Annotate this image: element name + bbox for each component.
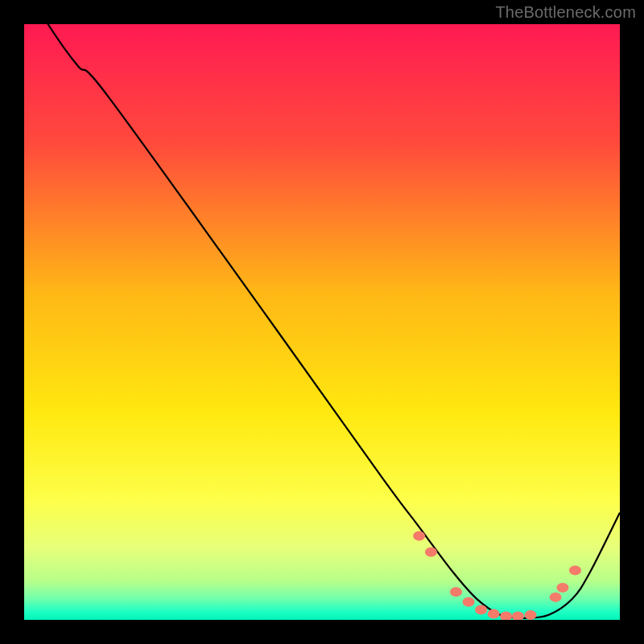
marker-dot <box>550 592 562 602</box>
marker-dot <box>475 605 487 614</box>
marker-dot <box>569 566 581 576</box>
marker-dot <box>463 597 475 607</box>
marker-dot <box>450 587 462 597</box>
bottleneck-chart <box>24 24 620 620</box>
marker-dot <box>425 547 437 557</box>
marker-dot <box>556 583 568 592</box>
gradient-background <box>24 24 620 620</box>
marker-dot <box>413 531 425 541</box>
marker-dot <box>488 609 500 619</box>
attribution-text: TheBottleneck.com <box>495 3 636 22</box>
marker-dot <box>525 610 537 620</box>
